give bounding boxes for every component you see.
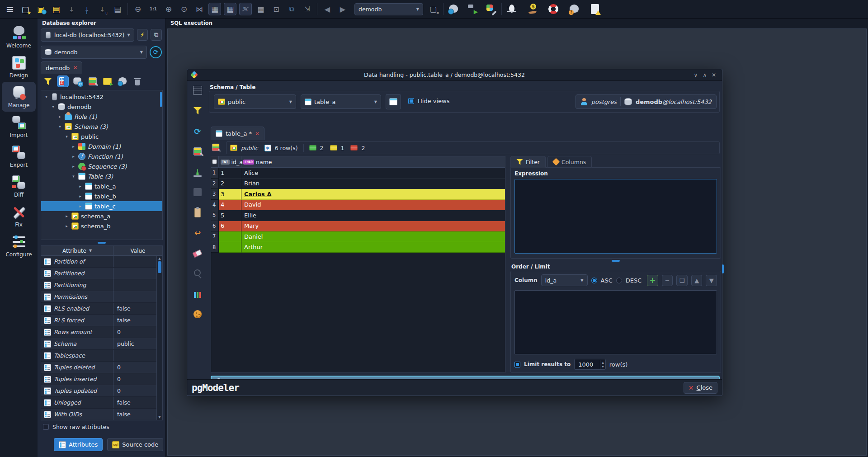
expander-icon[interactable] — [51, 104, 56, 109]
table-row[interactable]: 2 2 Brian — [211, 179, 505, 189]
database-dropdown[interactable]: demodb ▼ — [41, 46, 147, 59]
name-cell[interactable]: David — [241, 200, 505, 211]
tree-item-sequence-3-[interactable]: Sequence (3) — [41, 161, 162, 171]
update-tree-icon[interactable] — [72, 75, 84, 87]
rail-icon-paste[interactable] — [191, 206, 204, 219]
table-row[interactable]: 6 6 Mary — [211, 221, 505, 232]
order-column-dropdown[interactable]: id_a ▼ — [541, 274, 588, 286]
table-dropdown[interactable]: table_a ▼ — [301, 94, 381, 109]
toolbar-icon-show-grid[interactable] — [208, 3, 221, 15]
id-cell[interactable] — [219, 242, 241, 253]
sort-items-icon[interactable] — [57, 75, 69, 87]
expander-icon[interactable] — [44, 94, 49, 99]
toolbar-icon-relationships[interactable] — [285, 3, 298, 15]
attributes-button[interactable]: Attributes — [54, 438, 103, 451]
name-cell[interactable]: Daniel — [241, 231, 505, 242]
source-code-button[interactable]: Source code — [107, 438, 163, 451]
rail-icon-results[interactable] — [191, 84, 204, 97]
toolbar-icon-bug-report[interactable] — [505, 3, 518, 15]
move-down-button[interactable]: ▼ — [706, 275, 717, 286]
filter-splitter[interactable] — [510, 259, 721, 263]
table-row[interactable]: 5 5 Ellie — [211, 210, 505, 221]
toolbar-icon-open-model[interactable] — [50, 3, 62, 15]
sidebar-item-diff[interactable]: Diff — [2, 171, 36, 201]
toolbar-icon-plugins[interactable] — [485, 3, 498, 15]
refresh-table-list-button[interactable] — [386, 94, 401, 109]
table-row[interactable]: 8 Arthur — [211, 242, 505, 253]
toolbar-icon-best-fit[interactable] — [178, 3, 190, 15]
new-object-icon[interactable] — [102, 75, 113, 87]
close-window-icon[interactable]: ✕ — [709, 72, 718, 78]
toolbar-icon-previous[interactable] — [321, 3, 334, 15]
browse-database-button[interactable]: ⟳ — [150, 46, 162, 58]
limit-checkbox[interactable] — [514, 362, 520, 367]
rail-icon-erase[interactable] — [191, 246, 204, 260]
scroll-up-icon[interactable]: ▲ — [158, 257, 160, 260]
close-tab-icon[interactable]: ✕ — [255, 131, 259, 137]
schema-dropdown[interactable]: public ▼ — [214, 94, 296, 109]
toolbar-icon-sql-tool[interactable] — [447, 3, 460, 15]
connect-button[interactable]: ⚡ — [137, 29, 148, 41]
tree-item-table-b[interactable]: table_b — [41, 191, 162, 201]
drop-object-icon[interactable] — [132, 75, 143, 87]
toolbar-icon-readonly-edit[interactable] — [239, 3, 252, 15]
tree-item-localhost-5432[interactable]: localhost:5432 — [41, 92, 162, 102]
attribute-row[interactable]: Schema public — [41, 338, 162, 350]
toolbar-icon-execute[interactable] — [466, 3, 479, 15]
close-button[interactable]: ✕ Close — [684, 382, 717, 394]
attributes-scrollbar-thumb[interactable] — [158, 261, 161, 273]
toolbar-icon-recent-models[interactable] — [34, 3, 47, 15]
expander-icon[interactable] — [57, 114, 62, 119]
toolbar-icon-new-model[interactable] — [19, 3, 32, 15]
toolbar-icon-save-all[interactable] — [96, 3, 108, 15]
name-cell[interactable]: Brian — [241, 179, 505, 189]
expression-input[interactable] — [514, 179, 717, 254]
toolbar-icon-print[interactable] — [111, 3, 124, 15]
tree-item-table-3-[interactable]: Table (3) — [41, 171, 162, 181]
id-cell[interactable]: 4 — [219, 200, 241, 211]
attribute-row[interactable]: RLS enabled false — [41, 303, 162, 315]
row-number-cell[interactable]: 4 — [211, 200, 219, 211]
tree-item-schema-b[interactable]: schema_b — [41, 221, 162, 231]
tab-filter[interactable]: Filter — [510, 156, 546, 168]
maximize-window-icon[interactable]: ∧ — [700, 72, 709, 78]
id-cell[interactable]: 5 — [219, 210, 241, 221]
toolbar-icon-next[interactable] — [336, 3, 349, 15]
rail-icon-refresh[interactable] — [191, 124, 204, 138]
name-cell[interactable]: Alice — [241, 168, 505, 179]
attribute-row[interactable]: Unlogged false — [41, 397, 162, 409]
value-column-header[interactable]: Value — [113, 248, 162, 254]
expander-icon[interactable] — [64, 134, 69, 139]
tree-item-table-a[interactable]: table_a — [41, 181, 162, 191]
column-header-name[interactable]: CHAR name — [241, 156, 505, 167]
name-cell[interactable]: Mary — [241, 221, 505, 232]
result-tab-table-a[interactable]: table_a * ✕ — [211, 127, 264, 140]
toolbar-icon-compact-view[interactable] — [255, 3, 267, 15]
toolbar-icon-about[interactable] — [568, 3, 580, 15]
attribute-column-header[interactable]: Attribute ▼ — [41, 246, 113, 255]
tree-item-function-1-[interactable]: Function (1) — [41, 151, 162, 161]
attribute-row[interactable]: Partitioned — [41, 268, 162, 279]
row-number-cell[interactable]: 7 — [211, 231, 219, 242]
attribute-row[interactable]: Tuples deleted 0 — [41, 362, 162, 373]
tree-item-public[interactable]: public — [41, 132, 162, 141]
attributes-scrollbar[interactable]: ▲ ▼ — [156, 256, 162, 420]
close-tab-icon[interactable]: ✕ — [73, 65, 77, 71]
expander-icon[interactable] — [57, 124, 62, 129]
attribute-row[interactable]: Tuples inserted 0 — [41, 373, 162, 385]
order-list[interactable] — [514, 290, 717, 354]
sidebar-item-configure[interactable]: Configure — [2, 231, 36, 261]
name-cell[interactable]: Carlos A — [241, 189, 505, 200]
row-number-cell[interactable]: 2 — [211, 179, 219, 189]
row-number-cell[interactable]: 3 — [211, 189, 219, 200]
sidebar-item-export[interactable]: Export — [2, 141, 36, 171]
filter-tree-icon[interactable] — [42, 75, 54, 87]
vertical-splitter-handle[interactable] — [722, 264, 724, 273]
rail-icon-chart[interactable] — [191, 287, 204, 301]
rail-icon-filter[interactable] — [191, 104, 204, 118]
hide-views-checkbox[interactable] — [408, 98, 414, 104]
expander-icon[interactable] — [71, 174, 76, 179]
toolbar-icon-support[interactable] — [547, 3, 560, 15]
expander-icon[interactable] — [78, 194, 83, 198]
attribute-row[interactable]: Rows amount 0 — [41, 326, 162, 338]
